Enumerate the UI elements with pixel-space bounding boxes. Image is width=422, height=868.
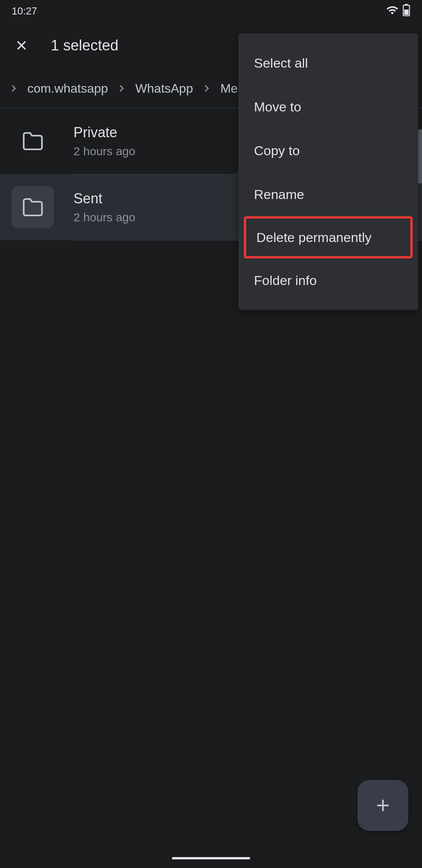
- chevron-right-icon: [6, 81, 21, 96]
- file-info: Private 2 hours ago: [73, 124, 135, 158]
- menu-item-label: Copy to: [254, 143, 300, 158]
- svg-rect-1: [405, 4, 408, 5]
- context-menu: Select all Move to Copy to Rename Delete…: [238, 33, 418, 310]
- folder-icon: [12, 120, 54, 162]
- battery-icon: [402, 4, 410, 18]
- folder-time: 2 hours ago: [73, 145, 135, 158]
- menu-copy-to[interactable]: Copy to: [238, 129, 418, 172]
- menu-move-to[interactable]: Move to: [238, 85, 418, 129]
- breadcrumb-item[interactable]: Me: [220, 81, 238, 96]
- menu-delete-permanently[interactable]: Delete permanently: [244, 216, 413, 258]
- chevron-right-icon: [114, 81, 129, 96]
- add-fab-button[interactable]: [358, 780, 408, 831]
- breadcrumb-item[interactable]: com.whatsapp: [27, 81, 108, 96]
- folder-icon: [12, 186, 54, 228]
- selection-count: 1 selected: [51, 37, 118, 54]
- close-button[interactable]: [12, 36, 31, 55]
- scroll-indicator[interactable]: [418, 129, 422, 184]
- file-info: Sent 2 hours ago: [73, 190, 135, 224]
- status-bar: 10:27: [0, 0, 422, 22]
- folder-time: 2 hours ago: [73, 211, 135, 224]
- status-icons: [386, 4, 410, 18]
- svg-rect-2: [404, 9, 408, 15]
- chevron-right-icon: [199, 81, 215, 96]
- status-time: 10:27: [12, 5, 37, 17]
- menu-item-label: Rename: [254, 187, 304, 202]
- menu-item-label: Folder info: [254, 273, 317, 288]
- folder-name: Sent: [73, 190, 135, 207]
- menu-item-label: Delete permanently: [256, 230, 372, 245]
- menu-item-label: Select all: [254, 56, 308, 71]
- menu-rename[interactable]: Rename: [238, 172, 418, 216]
- folder-name: Private: [73, 124, 135, 141]
- menu-folder-info[interactable]: Folder info: [238, 258, 418, 302]
- nav-bar: [0, 848, 422, 868]
- menu-item-label: Move to: [254, 99, 301, 115]
- menu-select-all[interactable]: Select all: [238, 41, 418, 85]
- nav-handle[interactable]: [172, 857, 250, 859]
- breadcrumb-item[interactable]: WhatsApp: [135, 81, 193, 96]
- wifi-icon: [386, 4, 399, 18]
